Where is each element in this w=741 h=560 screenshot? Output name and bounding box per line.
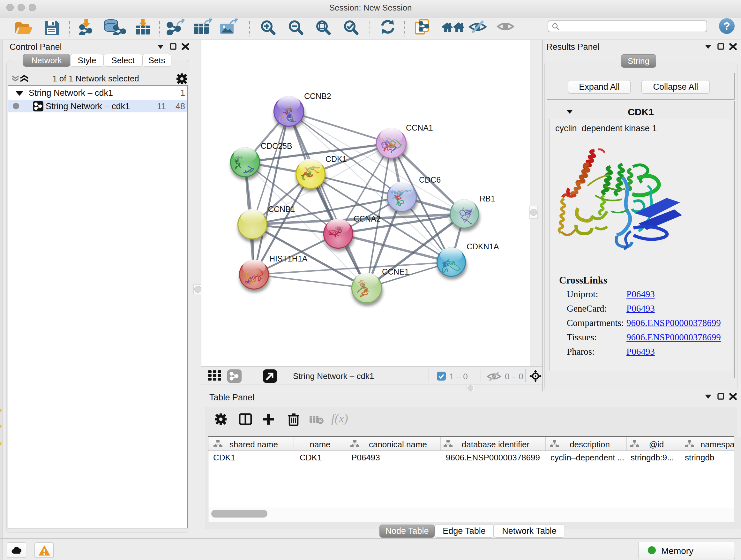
svg-text:CCNE1: CCNE1 [382,267,409,276]
svg-text:HIST1H1A: HIST1H1A [269,254,308,263]
svg-text:CCNA1: CCNA1 [406,123,433,132]
svg-text:CDKN1A: CDKN1A [467,242,499,251]
svg-text:CCNA2: CCNA2 [354,214,381,223]
svg-text:RB1: RB1 [480,194,495,203]
svg-text:CDC6: CDC6 [419,175,441,184]
svg-text:CCNB1: CCNB1 [268,205,295,213]
svg-text:CDK1: CDK1 [326,154,347,164]
svg-text:CDC25B: CDC25B [261,141,292,150]
svg-text:CCNB2: CCNB2 [304,91,331,101]
